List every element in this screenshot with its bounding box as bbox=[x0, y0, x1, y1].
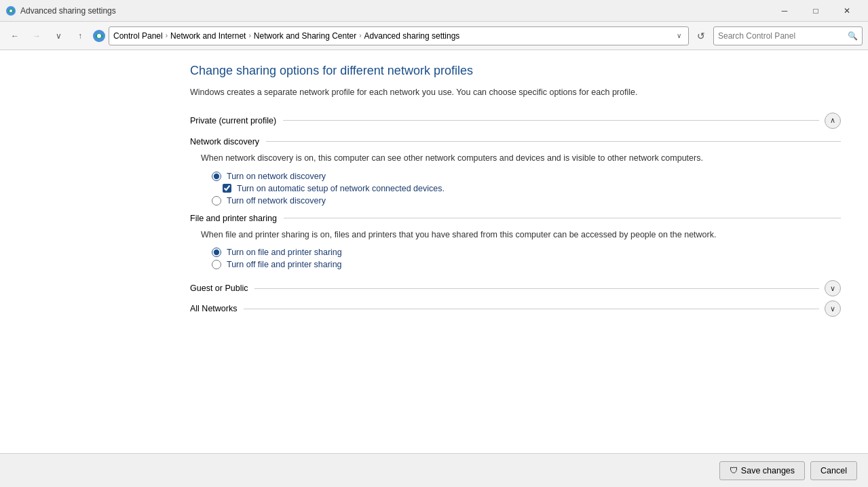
file-printer-header: File and printer sharing bbox=[190, 214, 841, 223]
guest-public-toggle[interactable]: ∨ bbox=[825, 280, 841, 296]
title-bar-left: Advanced sharing settings bbox=[5, 5, 116, 16]
file-printer-on-radio[interactable] bbox=[212, 248, 221, 257]
window-icon bbox=[5, 5, 16, 16]
private-section-header: Private (current profile) ∧ bbox=[190, 113, 841, 129]
breadcrumb-arrow-3: › bbox=[359, 32, 361, 39]
save-changes-label: Save changes bbox=[741, 466, 795, 475]
file-printer-on-label: Turn on file and printer sharing bbox=[227, 248, 342, 257]
file-printer-off-radio[interactable] bbox=[212, 260, 221, 269]
breadcrumb-network-internet[interactable]: Network and Internet bbox=[170, 31, 246, 41]
main-content: Change sharing options for different net… bbox=[0, 50, 868, 453]
breadcrumb-network-sharing[interactable]: Network and Sharing Center bbox=[254, 31, 356, 41]
network-discovery-line bbox=[266, 141, 841, 142]
svg-point-3 bbox=[97, 34, 101, 38]
save-changes-button[interactable]: 🛡 Save changes bbox=[719, 461, 805, 480]
network-discovery-on-radio[interactable] bbox=[212, 172, 221, 181]
private-section: Private (current profile) ∧ Network disc… bbox=[190, 113, 841, 270]
footer: 🛡 Save changes Cancel bbox=[0, 453, 868, 487]
breadcrumb-arrow-1: › bbox=[166, 32, 168, 39]
network-discovery-label: Network discovery bbox=[190, 137, 266, 147]
dropdown-button[interactable]: ∨ bbox=[49, 26, 68, 45]
network-discovery-header: Network discovery bbox=[190, 137, 841, 147]
network-discovery-description: When network discovery is on, this compu… bbox=[201, 152, 841, 165]
network-discovery-off-label: Turn off network discovery bbox=[227, 196, 326, 206]
guest-public-section: Guest or Public ∨ bbox=[190, 280, 841, 296]
all-networks-section: All Networks ∨ bbox=[190, 300, 841, 317]
file-printer-label: File and printer sharing bbox=[190, 214, 284, 223]
close-button[interactable]: ✕ bbox=[831, 0, 863, 22]
address-dropdown-button[interactable]: ∨ bbox=[674, 32, 684, 39]
breadcrumb-arrow-2: › bbox=[248, 32, 250, 39]
up-button[interactable]: ↑ bbox=[71, 26, 90, 45]
back-button[interactable]: ← bbox=[5, 26, 24, 45]
search-bar[interactable]: 🔍 bbox=[713, 26, 863, 45]
breadcrumb-advanced-sharing[interactable]: Advanced sharing settings bbox=[364, 31, 460, 41]
network-discovery-off-option[interactable]: Turn off network discovery bbox=[212, 196, 841, 206]
file-printer-section: File and printer sharing When file and p… bbox=[190, 214, 841, 270]
guest-public-header: Guest or Public ∨ bbox=[190, 280, 841, 296]
breadcrumb-control-panel[interactable]: Control Panel bbox=[113, 31, 163, 41]
private-section-toggle[interactable]: ∧ bbox=[825, 113, 841, 129]
private-section-label: Private (current profile) bbox=[190, 116, 283, 125]
navigation-bar: ← → ∨ ↑ Control Panel › Network and Inte… bbox=[0, 22, 868, 50]
file-printer-description: When file and printer sharing is on, fil… bbox=[201, 229, 841, 241]
network-discovery-auto-checkbox[interactable] bbox=[223, 184, 231, 193]
address-bar[interactable]: Control Panel › Network and Internet › N… bbox=[109, 26, 689, 45]
title-bar: Advanced sharing settings ─ □ ✕ bbox=[0, 0, 868, 22]
svg-point-1 bbox=[10, 9, 12, 12]
forward-button[interactable]: → bbox=[27, 26, 46, 45]
file-printer-on-option[interactable]: Turn on file and printer sharing bbox=[212, 248, 841, 257]
private-section-line bbox=[283, 120, 819, 121]
guest-public-line bbox=[254, 288, 819, 289]
file-printer-off-option[interactable]: Turn off file and printer sharing bbox=[212, 260, 841, 269]
refresh-button[interactable]: ↺ bbox=[692, 26, 711, 45]
network-discovery-on-label: Turn on network discovery bbox=[227, 172, 326, 181]
page-description: Windows creates a separate network profi… bbox=[190, 86, 841, 99]
minimize-button[interactable]: ─ bbox=[769, 0, 800, 22]
all-networks-header: All Networks ∨ bbox=[190, 300, 841, 317]
network-discovery-section: Network discovery When network discovery… bbox=[190, 137, 841, 206]
network-discovery-on-option[interactable]: Turn on network discovery bbox=[212, 172, 841, 181]
maximize-button[interactable]: □ bbox=[800, 0, 831, 22]
search-input[interactable] bbox=[718, 31, 845, 41]
network-discovery-off-radio[interactable] bbox=[212, 196, 221, 206]
network-icon bbox=[92, 29, 106, 43]
all-networks-label: All Networks bbox=[190, 304, 244, 313]
page-title: Change sharing options for different net… bbox=[190, 64, 841, 78]
shield-icon: 🛡 bbox=[730, 466, 738, 475]
title-bar-controls: ─ □ ✕ bbox=[769, 0, 863, 22]
all-networks-toggle[interactable]: ∨ bbox=[825, 300, 841, 317]
all-networks-line bbox=[244, 309, 819, 309]
cancel-button[interactable]: Cancel bbox=[810, 461, 857, 480]
window-title: Advanced sharing settings bbox=[20, 6, 116, 16]
network-discovery-auto-option[interactable]: Turn on automatic setup of network conne… bbox=[223, 184, 841, 193]
guest-public-label: Guest or Public bbox=[190, 284, 254, 293]
file-printer-line bbox=[284, 218, 841, 218]
file-printer-off-label: Turn off file and printer sharing bbox=[227, 260, 342, 269]
search-icon[interactable]: 🔍 bbox=[848, 31, 858, 41]
network-discovery-auto-label: Turn on automatic setup of network conne… bbox=[237, 184, 445, 193]
